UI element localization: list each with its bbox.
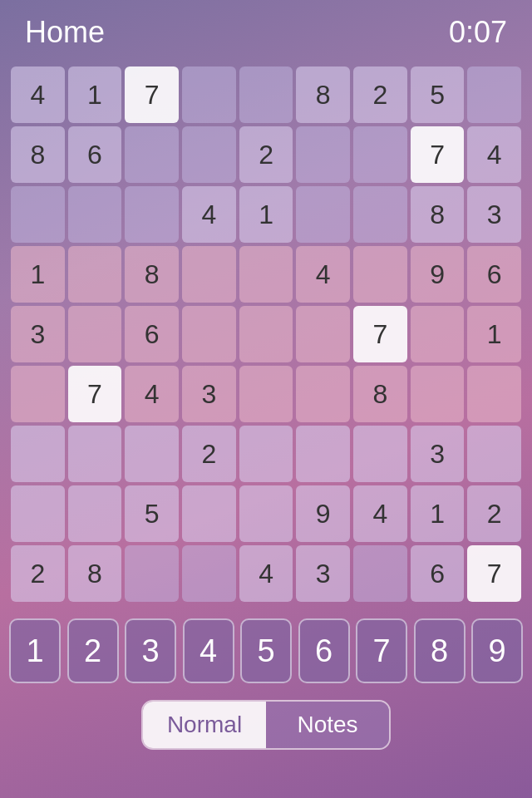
cell-2-3[interactable]: 4 bbox=[182, 186, 236, 243]
notes-mode-button[interactable]: Notes bbox=[266, 702, 389, 748]
cell-7-3[interactable] bbox=[182, 485, 236, 542]
cell-3-6[interactable] bbox=[353, 246, 407, 303]
cell-0-2[interactable]: 7 bbox=[125, 66, 179, 123]
cell-7-1[interactable] bbox=[68, 485, 122, 542]
cell-0-6[interactable]: 2 bbox=[353, 66, 407, 123]
header: Home 0:07 bbox=[0, 0, 532, 58]
cell-6-5[interactable] bbox=[296, 426, 350, 482]
cell-4-0[interactable]: 3 bbox=[11, 306, 65, 362]
cell-1-4[interactable]: 2 bbox=[239, 126, 293, 183]
cell-8-6[interactable] bbox=[353, 545, 407, 602]
grid-row-3: 18496 bbox=[9, 244, 523, 304]
cell-0-0[interactable]: 4 bbox=[11, 66, 65, 123]
cell-5-0[interactable] bbox=[11, 366, 65, 422]
cell-7-0[interactable] bbox=[11, 485, 65, 542]
cell-2-8[interactable]: 3 bbox=[467, 186, 521, 243]
cell-4-1[interactable] bbox=[68, 306, 122, 362]
cell-7-5[interactable]: 9 bbox=[296, 485, 350, 542]
cell-4-4[interactable] bbox=[239, 306, 293, 362]
cell-3-8[interactable]: 6 bbox=[467, 246, 521, 303]
cell-5-5[interactable] bbox=[296, 366, 350, 422]
cell-6-4[interactable] bbox=[239, 426, 293, 482]
cell-5-1[interactable]: 7 bbox=[68, 366, 122, 422]
normal-mode-button[interactable]: Normal bbox=[143, 702, 266, 748]
cell-0-4[interactable] bbox=[239, 66, 293, 123]
cell-2-4[interactable]: 1 bbox=[239, 186, 293, 243]
cell-5-3[interactable]: 3 bbox=[182, 366, 236, 422]
number-pad: 123456789 bbox=[9, 618, 523, 683]
num-button-8[interactable]: 8 bbox=[414, 618, 466, 683]
cell-6-2[interactable] bbox=[125, 426, 179, 482]
cell-7-8[interactable]: 2 bbox=[467, 485, 521, 542]
cell-6-6[interactable] bbox=[353, 426, 407, 482]
cell-5-2[interactable]: 4 bbox=[125, 366, 179, 422]
cell-1-7[interactable]: 7 bbox=[411, 126, 465, 183]
cell-7-6[interactable]: 4 bbox=[353, 485, 407, 542]
cell-8-5[interactable]: 3 bbox=[296, 545, 350, 602]
cell-8-3[interactable] bbox=[182, 545, 236, 602]
cell-5-6[interactable]: 8 bbox=[353, 366, 407, 422]
num-button-3[interactable]: 3 bbox=[125, 618, 176, 683]
cell-8-0[interactable]: 2 bbox=[11, 545, 65, 602]
cell-8-2[interactable] bbox=[125, 545, 179, 602]
mode-toggle: Normal Notes bbox=[141, 700, 391, 750]
cell-7-7[interactable]: 1 bbox=[411, 485, 465, 542]
cell-3-2[interactable]: 8 bbox=[125, 246, 179, 303]
cell-8-8[interactable]: 7 bbox=[467, 545, 521, 602]
cell-7-2[interactable]: 5 bbox=[125, 485, 179, 542]
cell-0-3[interactable] bbox=[182, 66, 236, 123]
cell-7-4[interactable] bbox=[239, 485, 293, 542]
cell-1-0[interactable]: 8 bbox=[11, 126, 65, 183]
cell-1-8[interactable]: 4 bbox=[467, 126, 521, 183]
cell-2-2[interactable] bbox=[125, 186, 179, 243]
cell-1-3[interactable] bbox=[182, 126, 236, 183]
cell-1-6[interactable] bbox=[353, 126, 407, 183]
cell-0-7[interactable]: 5 bbox=[411, 66, 465, 123]
num-button-7[interactable]: 7 bbox=[356, 618, 407, 683]
num-button-6[interactable]: 6 bbox=[298, 618, 350, 683]
cell-1-5[interactable] bbox=[296, 126, 350, 183]
cell-2-0[interactable] bbox=[11, 186, 65, 243]
cell-6-1[interactable] bbox=[68, 426, 122, 482]
cell-4-3[interactable] bbox=[182, 306, 236, 362]
cell-5-4[interactable] bbox=[239, 366, 293, 422]
cell-1-1[interactable]: 6 bbox=[68, 126, 122, 183]
cell-2-6[interactable] bbox=[353, 186, 407, 243]
cell-0-8[interactable] bbox=[467, 66, 521, 123]
cell-8-4[interactable]: 4 bbox=[239, 545, 293, 602]
cell-2-5[interactable] bbox=[296, 186, 350, 243]
cell-0-5[interactable]: 8 bbox=[296, 66, 350, 123]
cell-2-7[interactable]: 8 bbox=[411, 186, 465, 243]
cell-4-8[interactable]: 1 bbox=[467, 306, 521, 362]
home-button[interactable]: Home bbox=[25, 15, 105, 50]
cell-5-8[interactable] bbox=[467, 366, 521, 422]
cell-4-5[interactable] bbox=[296, 306, 350, 362]
cell-3-5[interactable]: 4 bbox=[296, 246, 350, 303]
cell-3-3[interactable] bbox=[182, 246, 236, 303]
num-button-1[interactable]: 1 bbox=[9, 618, 61, 683]
cell-6-0[interactable] bbox=[11, 426, 65, 482]
cell-0-1[interactable]: 1 bbox=[68, 66, 122, 123]
num-button-4[interactable]: 4 bbox=[183, 618, 234, 683]
sudoku-grid: 4178258627441831849636717438235941228436… bbox=[9, 65, 523, 603]
cell-6-3[interactable]: 2 bbox=[182, 426, 236, 482]
cell-3-7[interactable]: 9 bbox=[411, 246, 465, 303]
num-button-5[interactable]: 5 bbox=[240, 618, 292, 683]
cell-4-6[interactable]: 7 bbox=[353, 306, 407, 362]
num-button-9[interactable]: 9 bbox=[471, 618, 523, 683]
cell-4-2[interactable]: 6 bbox=[125, 306, 179, 362]
cell-1-2[interactable] bbox=[125, 126, 179, 183]
cell-8-1[interactable]: 8 bbox=[68, 545, 122, 602]
grid-row-8: 284367 bbox=[9, 544, 523, 603]
cell-3-4[interactable] bbox=[239, 246, 293, 303]
cell-4-7[interactable] bbox=[411, 306, 465, 362]
cell-6-7[interactable]: 3 bbox=[411, 426, 465, 482]
cell-6-8[interactable] bbox=[467, 426, 521, 482]
cell-8-7[interactable]: 6 bbox=[411, 545, 465, 602]
cell-5-7[interactable] bbox=[411, 366, 465, 422]
num-button-2[interactable]: 2 bbox=[67, 618, 119, 683]
timer-display: 0:07 bbox=[449, 15, 507, 50]
cell-3-1[interactable] bbox=[68, 246, 122, 303]
cell-2-1[interactable] bbox=[68, 186, 122, 243]
cell-3-0[interactable]: 1 bbox=[11, 246, 65, 303]
